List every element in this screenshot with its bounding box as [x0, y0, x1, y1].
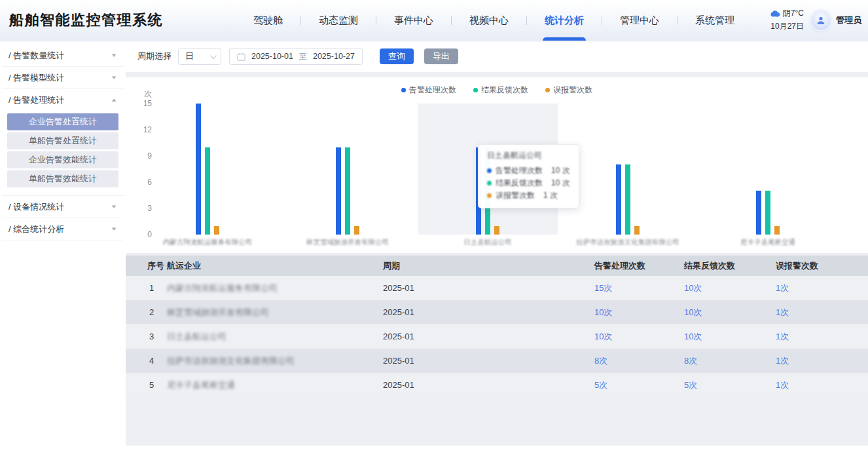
weather-text: 阴7°C — [783, 7, 804, 20]
result-feedback-link[interactable]: 10次 — [684, 283, 702, 293]
company-name: 拉萨市达孜旅游文化集团有限公司 — [167, 356, 295, 366]
column-header-2: 周期 — [383, 256, 594, 276]
bar-series2-group2[interactable] — [494, 226, 499, 235]
alarm-handled-link[interactable]: 8次 — [594, 356, 607, 366]
table-header-row: 序号航运企业周期告警处理次数结果反馈次数误报警次数 — [126, 256, 868, 276]
date-range-picker[interactable]: 2025-10-01 至 2025-10-27 — [229, 48, 363, 65]
sidebar: / 告警数量统计▼/ 告警模型统计▼/ 告警处理统计▲企业告警处置统计单船告警处… — [0, 41, 126, 458]
user-name: 管理员 — [836, 14, 861, 26]
alarm-handled-link[interactable]: 5次 — [594, 380, 607, 390]
bar-series1-group0[interactable] — [205, 147, 210, 235]
sidebar-subitem-2-3[interactable]: 单船告警效能统计 — [7, 170, 118, 187]
nav-item-4[interactable]: 统计分析 — [527, 0, 602, 41]
company-name: 尼卡子县尾桥交通 — [167, 380, 235, 390]
nav-item-1[interactable]: 动态监测 — [301, 0, 376, 41]
sidebar-group-label: / 告警处理统计 — [9, 94, 64, 106]
sidebar-subitem-2-2[interactable]: 企业告警效能统计 — [7, 151, 118, 168]
bar-series0-group1[interactable] — [336, 147, 341, 235]
column-header-3: 告警处理次数 — [594, 256, 684, 276]
bar-series1-group1[interactable] — [345, 147, 350, 235]
false-alarm-link[interactable]: 1次 — [776, 380, 789, 390]
bar-series2-group3[interactable] — [634, 226, 640, 235]
start-date-input[interactable]: 2025-10-01 — [251, 52, 293, 61]
column-header-0: 序号 — [126, 256, 167, 276]
sidebar-subitem-2-0[interactable]: 企业告警处置统计 — [7, 113, 118, 130]
nav-item-2[interactable]: 事件中心 — [376, 0, 451, 41]
legend-label: 告警处理次数 — [409, 85, 456, 96]
page-title: 船舶智能监控管理系统 — [0, 10, 163, 30]
false-alarm-link-cell: 1次 — [776, 276, 868, 300]
y-tick: 0 — [131, 230, 152, 239]
company-name: 林芝雪域旅游开发有限公司 — [167, 307, 269, 317]
alarm-handled-link-cell: 10次 — [594, 324, 684, 349]
tooltip-label: 告警处理次数 — [496, 164, 543, 177]
y-tick: 6 — [131, 178, 152, 187]
nav-item-0[interactable]: 驾驶舱 — [236, 0, 300, 41]
user-box[interactable]: 管理员 — [811, 0, 861, 41]
alarm-handled-link[interactable]: 10次 — [594, 332, 612, 341]
statistics-table: 序号航运企业周期告警处理次数结果反馈次数误报警次数 1内蒙古翔龙航运服务有限公司… — [126, 256, 868, 397]
false-alarm-link[interactable]: 1次 — [776, 356, 789, 366]
period-select[interactable]: 日 — [178, 48, 221, 65]
end-date-input[interactable]: 2025-10-27 — [313, 52, 355, 61]
bar-series0-group3[interactable] — [616, 164, 621, 235]
sidebar-subitem-2-1[interactable]: 单船告警处置统计 — [7, 132, 118, 149]
legend-item-2[interactable]: 误报警次数 — [545, 85, 592, 96]
result-feedback-link[interactable]: 8次 — [684, 356, 697, 366]
false-alarm-link[interactable]: 1次 — [776, 283, 789, 293]
sidebar-group-1[interactable]: / 告警模型统计▼ — [0, 67, 126, 88]
sidebar-group-label: / 告警模型统计 — [9, 72, 64, 84]
column-header-4: 结果反馈次数 — [684, 256, 776, 276]
result-feedback-link[interactable]: 10次 — [684, 307, 702, 317]
alarm-handled-link-cell: 15次 — [594, 276, 684, 300]
x-axis-label-0: 内蒙古翔龙航运服务有限公司 — [163, 238, 253, 247]
y-tick: 15 — [131, 99, 152, 108]
bar-series0-group4[interactable] — [756, 191, 761, 235]
sidebar-group-2[interactable]: / 告警处理统计▲ — [0, 89, 126, 111]
result-feedback-link[interactable]: 10次 — [684, 332, 702, 341]
result-feedback-link[interactable]: 5次 — [684, 380, 697, 390]
false-alarm-link-cell: 1次 — [776, 300, 868, 324]
sidebar-group-4[interactable]: / 综合统计分析▼ — [0, 218, 126, 240]
company-cell: 林芝雪域旅游开发有限公司 — [167, 300, 383, 324]
legend-item-0[interactable]: 告警处理次数 — [401, 85, 456, 96]
avatar[interactable] — [811, 10, 831, 30]
tooltip-row-0: 告警处理次数10 次 — [487, 164, 570, 177]
false-alarm-link[interactable]: 1次 — [776, 307, 789, 317]
alarm-handled-link-cell: 10次 — [594, 300, 684, 324]
y-tick: 3 — [131, 204, 152, 213]
sidebar-group-3[interactable]: / 设备情况统计▼ — [0, 196, 126, 218]
row-index-cell: 1 — [126, 276, 167, 300]
bar-series2-group1[interactable] — [354, 226, 359, 235]
date-text: 10月27日 — [770, 20, 804, 33]
false-alarm-link-cell: 1次 — [776, 349, 868, 373]
bar-series2-group4[interactable] — [774, 226, 780, 235]
tooltip-series-dot — [487, 181, 492, 185]
result-feedback-link-cell: 10次 — [684, 324, 776, 349]
user-icon — [816, 15, 826, 26]
bar-series1-group4[interactable] — [765, 191, 770, 235]
nav-item-6[interactable]: 系统管理 — [678, 0, 752, 41]
tooltip-series-dot — [487, 168, 492, 173]
tooltip-value: 10 次 — [551, 164, 570, 177]
period-cell: 2025-01 — [383, 300, 594, 324]
bar-series0-group0[interactable] — [196, 104, 201, 235]
nav-item-3[interactable]: 视频中心 — [452, 0, 526, 41]
sidebar-group-0[interactable]: / 告警数量统计▼ — [0, 45, 126, 66]
false-alarm-link[interactable]: 1次 — [776, 332, 789, 341]
result-feedback-link-cell: 10次 — [684, 300, 776, 324]
period-select-label: 周期选择 — [137, 50, 172, 62]
bar-series1-group3[interactable] — [625, 164, 630, 235]
alarm-handled-link[interactable]: 10次 — [594, 307, 612, 317]
bar-series2-group0[interactable] — [214, 226, 219, 235]
search-button[interactable]: 查询 — [380, 48, 414, 64]
export-button[interactable]: 导出 — [424, 48, 458, 64]
result-feedback-link-cell: 10次 — [684, 276, 776, 300]
legend-item-1[interactable]: 结果反馈次数 — [473, 85, 528, 96]
chevron-down-icon: ▼ — [110, 75, 117, 81]
legend-label: 误报警次数 — [553, 85, 592, 96]
nav-item-5[interactable]: 管理中心 — [602, 0, 677, 41]
tooltip-value: 10 次 — [551, 177, 570, 189]
chevron-down-icon — [210, 52, 217, 59]
alarm-handled-link[interactable]: 15次 — [594, 283, 612, 293]
